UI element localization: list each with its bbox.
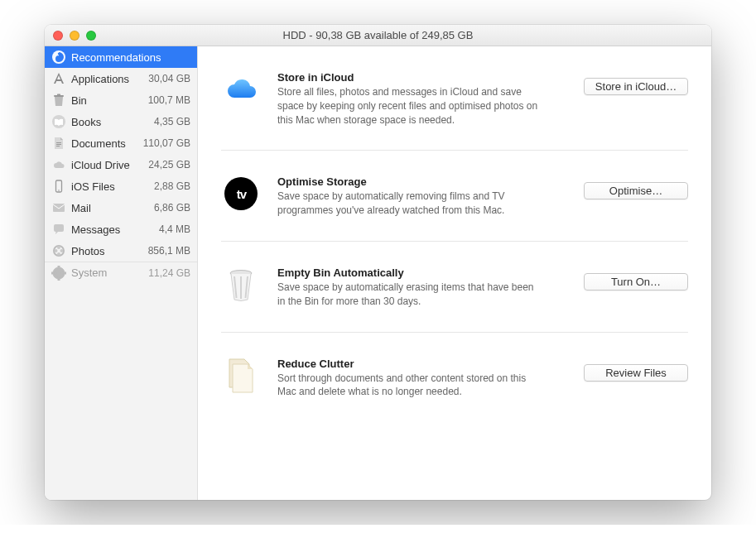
window-title: HDD - 90,38 GB available of 249,85 GB	[53, 29, 703, 41]
turn-on-button[interactable]: Turn On…	[584, 273, 688, 291]
sidebar-item-label: Documents	[71, 137, 138, 150]
books-icon	[51, 114, 66, 129]
rec-optimise-storage: tv Optimise Storage Save space by automa…	[221, 151, 688, 242]
sidebar-item-size: 110,07 GB	[143, 137, 190, 149]
sidebar-item-photos[interactable]: Photos 856,1 MB	[45, 240, 197, 262]
svg-rect-7	[56, 144, 61, 145]
svg-point-15	[57, 252, 60, 256]
photos-icon	[51, 243, 66, 258]
svg-point-14	[60, 249, 64, 252]
svg-rect-6	[56, 142, 61, 143]
optimise-button[interactable]: Optimise…	[584, 182, 688, 199]
zoom-button[interactable]	[86, 31, 96, 41]
sidebar: Recommendations Applications 30,04 GB Bi…	[45, 46, 198, 500]
sidebar-item-label: Messages	[71, 223, 154, 236]
svg-rect-21	[51, 272, 55, 274]
sidebar-item-label: iCloud Drive	[71, 159, 143, 171]
mail-icon	[51, 200, 66, 215]
applications-icon	[51, 71, 66, 86]
rec-desc: Save space by automatically erasing item…	[277, 281, 542, 309]
sidebar-item-size: 100,7 MB	[148, 94, 190, 106]
rec-desc: Sort through documents and other content…	[277, 372, 542, 400]
sidebar-item-label: Applications	[71, 73, 143, 85]
messages-icon	[51, 222, 66, 237]
sidebar-item-label: Photos	[71, 245, 143, 257]
minimize-button[interactable]	[70, 31, 79, 41]
svg-rect-8	[56, 146, 60, 146]
sidebar-item-size: 30,04 GB	[148, 73, 190, 84]
sidebar-item-documents[interactable]: Documents 110,07 GB	[45, 132, 197, 154]
sidebar-item-label: Bin	[71, 94, 143, 107]
sidebar-item-label: Mail	[71, 202, 149, 214]
svg-point-13	[57, 246, 60, 249]
sidebar-item-size: 4,4 MB	[159, 223, 190, 235]
sidebar-item-size: 4,35 GB	[154, 116, 190, 127]
iphone-icon	[51, 179, 66, 194]
sidebar-item-size: 24,25 GB	[148, 159, 190, 170]
sidebar-item-system[interactable]: System 11,24 GB	[45, 262, 197, 283]
documents-icon	[51, 136, 66, 151]
sidebar-item-size: 6,86 GB	[154, 202, 190, 214]
trash-icon	[51, 93, 66, 108]
svg-rect-19	[58, 266, 60, 269]
svg-point-10	[58, 190, 60, 191]
sidebar-item-label: Books	[71, 116, 149, 128]
sidebar-item-bin[interactable]: Bin 100,7 MB	[45, 89, 197, 111]
icloud-icon	[221, 70, 261, 109]
storage-window: HDD - 90,38 GB available of 249,85 GB Re…	[45, 25, 711, 500]
trash-big-icon	[221, 265, 261, 305]
close-button[interactable]	[53, 31, 63, 41]
sidebar-item-mail[interactable]: Mail 6,86 GB	[45, 197, 197, 218]
rec-store-icloud: Store in iCloud Store all files, photos …	[221, 46, 688, 151]
sidebar-item-label: System	[71, 266, 143, 279]
documents-big-icon	[221, 356, 261, 396]
rec-title: Reduce Clutter	[277, 358, 567, 370]
svg-rect-20	[58, 277, 60, 281]
svg-rect-4	[57, 94, 60, 96]
store-in-icloud-button[interactable]: Store in iCloud…	[584, 78, 688, 95]
sidebar-item-messages[interactable]: Messages 4,4 MB	[45, 218, 197, 240]
svg-point-2	[58, 53, 60, 55]
svg-rect-22	[63, 272, 66, 274]
sidebar-item-size: 2,88 GB	[154, 180, 190, 192]
rec-reduce-clutter: Reduce Clutter Sort through documents an…	[221, 333, 688, 423]
gear-icon	[51, 266, 66, 281]
sidebar-item-books[interactable]: Books 4,35 GB	[45, 111, 197, 132]
recommendations-icon	[51, 50, 66, 65]
svg-point-18	[56, 271, 61, 276]
rec-desc: Save space by automatically removing fil…	[277, 190, 542, 218]
svg-rect-11	[53, 204, 65, 212]
sidebar-item-label: Recommendations	[71, 51, 190, 64]
titlebar: HDD - 90,38 GB available of 249,85 GB	[45, 25, 711, 46]
sidebar-item-size: 856,1 MB	[148, 245, 190, 257]
appletv-icon: tv	[221, 174, 261, 214]
rec-empty-bin: Empty Bin Automatically Save space by au…	[221, 242, 688, 333]
sidebar-item-applications[interactable]: Applications 30,04 GB	[45, 68, 197, 89]
review-files-button[interactable]: Review Files	[584, 364, 688, 382]
cloud-icon	[51, 157, 66, 172]
sidebar-item-size: 11,24 GB	[148, 267, 190, 279]
rec-title: Store in iCloud	[277, 71, 567, 84]
svg-point-16	[55, 249, 58, 252]
sidebar-item-recommendations[interactable]: Recommendations	[45, 46, 197, 68]
window-controls	[53, 31, 96, 41]
rec-desc: Store all files, photos and messages in …	[277, 85, 542, 127]
sidebar-item-label: iOS Files	[71, 180, 149, 193]
rec-title: Empty Bin Automatically	[277, 266, 567, 279]
sidebar-item-ios-files[interactable]: iOS Files 2,88 GB	[45, 175, 197, 197]
rec-title: Optimise Storage	[277, 175, 567, 188]
sidebar-item-icloud-drive[interactable]: iCloud Drive 24,25 GB	[45, 154, 197, 175]
content-pane: Store in iCloud Store all files, photos …	[198, 46, 711, 500]
